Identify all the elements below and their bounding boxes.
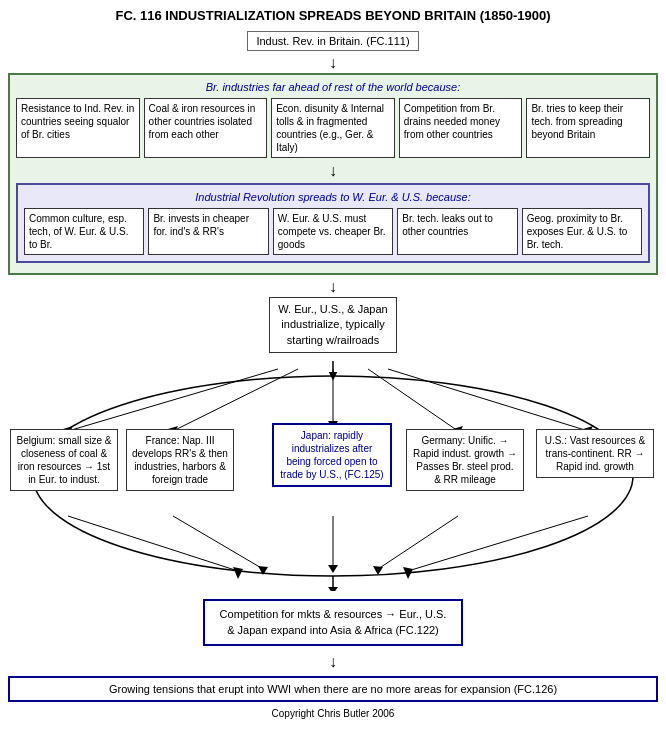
copyright: Copyright Chris Butler 2006 — [8, 708, 658, 719]
green-cards-row: Resistance to Ind. Rev. in countries see… — [16, 98, 650, 158]
flow-diagram: Belgium: small size & closeness of coal … — [8, 361, 658, 591]
arrow-4: ↓ — [8, 654, 658, 670]
green-card-4: Competition from Br. drains needed money… — [399, 98, 523, 158]
flow-item-belgium: Belgium: small size & closeness of coal … — [10, 429, 118, 491]
indust-rev-box: Indust. Rev. in Britain. (FC.111) — [247, 31, 418, 51]
svg-marker-3 — [328, 587, 338, 591]
svg-marker-15 — [233, 567, 243, 579]
competition-box: Competition for mkts & resources → Eur.,… — [203, 599, 463, 646]
svg-marker-19 — [328, 565, 338, 573]
arrow-2: ↓ — [16, 163, 650, 179]
arrow-1: ↓ — [8, 55, 658, 71]
center-top-container: W. Eur., U.S., & Japan industrialize, ty… — [8, 297, 658, 353]
blue-header: Industrial Revolution spreads to W. Eur.… — [24, 191, 642, 203]
green-card-2: Coal & iron resources in other countries… — [144, 98, 268, 158]
svg-line-12 — [388, 369, 588, 431]
flow-item-france: France: Nap. III develops RR's & then in… — [126, 429, 234, 491]
svg-marker-21 — [373, 566, 383, 575]
competition-container: Competition for mkts & resources → Eur.,… — [8, 599, 658, 646]
green-card-1: Resistance to Ind. Rev. in countries see… — [16, 98, 140, 158]
svg-line-6 — [173, 369, 298, 431]
flow-item-us: U.S.: Vast resources & trans-continent. … — [536, 429, 654, 478]
svg-line-4 — [68, 369, 278, 431]
blue-cards-row: Common culture, esp. tech, of W. Eur. & … — [24, 208, 642, 255]
blue-card-1: Common culture, esp. tech, of W. Eur. & … — [24, 208, 144, 255]
green-card-3: Econ. disunity & Internal tolls & in fra… — [271, 98, 395, 158]
blue-card-3: W. Eur. & U.S. must compete vs. cheaper … — [273, 208, 393, 255]
green-section: Br. industries far ahead of rest of the … — [8, 73, 658, 275]
svg-marker-23 — [403, 567, 413, 579]
green-header: Br. industries far ahead of rest of the … — [16, 81, 650, 93]
blue-card-2: Br. invests in cheaper for. ind's & RR's — [148, 208, 268, 255]
blue-section: Industrial Revolution spreads to W. Eur.… — [16, 183, 650, 263]
svg-line-10 — [368, 369, 458, 431]
top-node-container: Indust. Rev. in Britain. (FC.111) — [8, 31, 658, 51]
bottom-box: Growing tensions that erupt into WWI whe… — [8, 676, 658, 702]
svg-marker-17 — [258, 566, 268, 575]
svg-line-14 — [68, 516, 238, 571]
svg-line-16 — [173, 516, 263, 569]
page-title: FC. 116 INDUSTRIALIZATION SPREADS BEYOND… — [8, 8, 658, 23]
flow-item-germany: Germany: Unific. → Rapid indust. growth … — [406, 429, 524, 491]
svg-line-20 — [378, 516, 458, 569]
blue-card-5: Geog. proximity to Br. exposes Eur. & U.… — [522, 208, 642, 255]
svg-line-22 — [408, 516, 588, 571]
flow-item-japan: Japan: rapidly industrializes after bein… — [272, 423, 392, 487]
industrialize-box: W. Eur., U.S., & Japan industrialize, ty… — [269, 297, 396, 353]
green-card-5: Br. tries to keep their tech. from sprea… — [526, 98, 650, 158]
blue-card-4: Br. tech. leaks out to other countries — [397, 208, 517, 255]
arrow-3: ↓ — [8, 279, 658, 295]
